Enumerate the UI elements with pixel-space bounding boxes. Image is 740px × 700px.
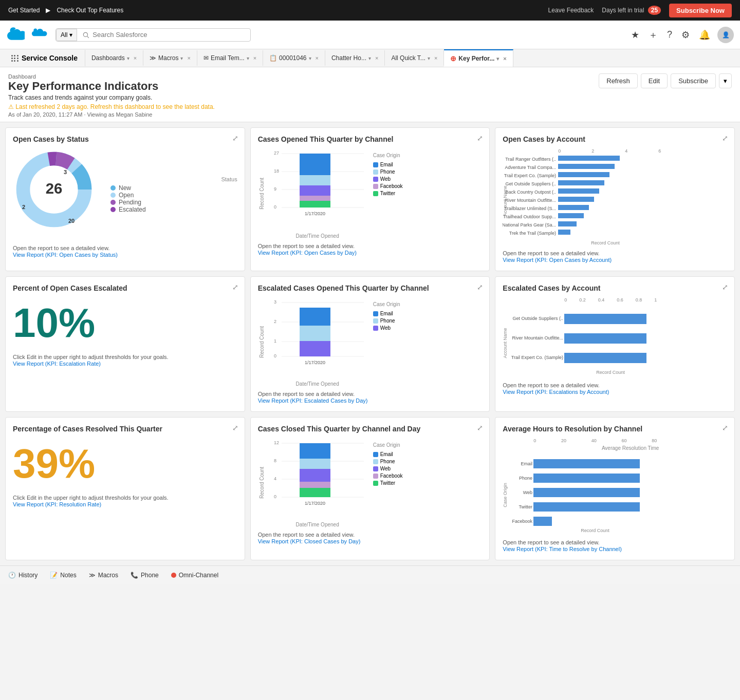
widget-link[interactable]: View Report (KPI: Open Cases by Day) <box>258 250 357 256</box>
tab-quicktext-close[interactable]: × <box>434 55 437 61</box>
widget-account-expand[interactable]: ⤢ <box>722 134 728 142</box>
edit-button[interactable]: Edit <box>641 73 668 88</box>
tab-macros[interactable]: ≫ Macros ▾ × <box>143 50 197 66</box>
widget-footer: Click Edit in the upper right to adjust … <box>13 354 237 360</box>
subscribe-now-button[interactable]: Subscribe Now <box>669 4 732 17</box>
tab-email-chevron[interactable]: ▾ <box>247 55 249 61</box>
refresh-button[interactable]: Refresh <box>599 73 638 88</box>
svg-text:Phone: Phone <box>519 476 532 481</box>
tab-case-chevron[interactable]: ▾ <box>309 55 311 61</box>
subscribe-dropdown-button[interactable]: ▾ <box>719 73 732 88</box>
widget-percent-escalated: Percent of Open Cases Escalated ⤢ 10% Cl… <box>5 276 245 412</box>
widget-closed-expand[interactable]: ⤢ <box>477 424 483 432</box>
svg-rect-24 <box>558 164 615 169</box>
phone-item[interactable]: 📞 Phone <box>131 572 159 579</box>
tab-quick-text[interactable]: All Quick T... ▾ × <box>385 50 444 66</box>
notes-item[interactable]: 📝 Notes <box>50 572 76 579</box>
notifications-button[interactable]: 🔔 <box>697 27 712 43</box>
svg-text:River Mountain Outfitte...: River Mountain Outfitte... <box>512 335 564 340</box>
svg-text:2: 2 <box>274 319 276 324</box>
tab-dashboards-chevron[interactable]: ▾ <box>127 55 130 61</box>
widget-link[interactable]: View Report (KPI: Open Cases by Status) <box>13 252 118 258</box>
setup-button[interactable]: ⚙ <box>679 27 692 43</box>
tab-quicktext-chevron[interactable]: ▾ <box>428 55 430 61</box>
trial-days-badge: 25 <box>648 6 661 15</box>
svg-text:1: 1 <box>651 335 654 341</box>
widget-expand-icon[interactable]: ⤢ <box>232 134 238 142</box>
widget-channel-expand[interactable]: ⤢ <box>477 134 483 142</box>
widget-link[interactable]: View Report (KPI: Closed Cases by Day) <box>258 538 361 544</box>
bottom-bar: 🕐 History 📝 Notes ≫ Macros 📞 Phone Omni-… <box>0 565 740 584</box>
favorites-button[interactable]: ★ <box>629 27 641 43</box>
widget-link[interactable]: View Report (KPI: Time to Resolve by Cha… <box>503 546 622 552</box>
history-item[interactable]: 🕐 History <box>8 572 38 579</box>
tab-chatter-home[interactable]: Chatter Ho... ▾ × <box>325 50 385 66</box>
search-container: All ▾ <box>55 28 251 42</box>
tab-dashboards[interactable]: Dashboards ▾ × <box>85 50 143 66</box>
avatar[interactable]: 👤 <box>717 27 734 43</box>
leave-feedback-link[interactable]: Leave Feedback <box>548 7 594 14</box>
app-name-tab[interactable]: Service Console <box>4 50 85 66</box>
legend-open: Open <box>110 192 237 199</box>
svg-text:Twitter: Twitter <box>519 504 533 509</box>
tab-email-close[interactable]: × <box>253 55 256 61</box>
svg-text:18: 18 <box>274 168 279 174</box>
esc-account-chart: 00.20.40.60.81 Account Name Get Outside … <box>503 297 727 378</box>
svg-text:69: 69 <box>642 476 649 481</box>
check-out-link[interactable]: Check Out Top Features <box>57 7 123 14</box>
subscribe-button[interactable]: Subscribe <box>671 73 716 88</box>
closed-bar-svg: 12 8 4 0 1/17/2020 <box>266 438 369 520</box>
svg-rect-53 <box>300 341 330 356</box>
tab-case-close[interactable]: × <box>316 55 319 61</box>
help-button[interactable]: ? <box>665 27 674 42</box>
app-header: All ▾ ★ ＋ ? ⚙ 🔔 👤 <box>0 21 740 49</box>
omni-label: Omni-Channel <box>179 572 218 579</box>
tab-key-performance[interactable]: ⊕ Key Perfor... ▾ × <box>444 49 513 67</box>
widget-link[interactable]: View Report (KPI: Escalations by Account… <box>503 389 609 395</box>
svg-text:Trailblazer Unlimited (S...: Trailblazer Unlimited (S... <box>505 206 557 211</box>
tab-macros-close[interactable]: × <box>187 55 190 61</box>
widget-avg-hours-resolution: Average Hours to Resolution by Channel ⤢… <box>495 417 735 560</box>
escalated-percent-value: 10% <box>13 302 237 344</box>
tab-chatter-chevron[interactable]: ▾ <box>368 55 371 61</box>
svg-text:12: 12 <box>554 519 560 524</box>
omni-channel-item[interactable]: Omni-Channel <box>171 572 218 579</box>
svg-text:0: 0 <box>274 204 276 210</box>
closed-legend: Case Origin Email Phone Web Facebook <box>373 438 403 527</box>
widget-link[interactable]: View Report (KPI: Escalation Rate) <box>13 361 101 367</box>
widget-footer: Open the report to see a detailed view. <box>503 382 727 388</box>
svg-text:Trail Expert Co. (Sample): Trail Expert Co. (Sample) <box>511 355 563 360</box>
svg-rect-26 <box>558 172 609 177</box>
widget-escalated-expand[interactable]: ⤢ <box>232 283 238 291</box>
get-started-link[interactable]: Get Started <box>8 7 40 14</box>
widget-cases-by-channel: Cases Opened This Quarter by Channel ⤢ R… <box>250 127 490 271</box>
widget-esc-account-expand[interactable]: ⤢ <box>722 283 728 291</box>
search-filter-dropdown[interactable]: All ▾ <box>56 29 77 41</box>
donut-legend: Status New Open Pending Escalated <box>105 176 237 213</box>
svg-text:9: 9 <box>274 186 276 192</box>
widget-avg-expand[interactable]: ⤢ <box>722 424 728 432</box>
svg-rect-91 <box>533 502 640 512</box>
phone-icon: 📞 <box>131 572 138 579</box>
tab-case-00001046[interactable]: 📋 00001046 ▾ × <box>263 50 325 66</box>
widget-link[interactable]: View Report (KPI: Open Cases by Account) <box>503 257 612 263</box>
tab-kpi-close[interactable]: × <box>503 55 506 62</box>
widget-cases-closed-by-channel: Cases Closed This Quarter by Channel and… <box>250 417 490 560</box>
widget-link[interactable]: View Report (KPI: Resolution Rate) <box>13 501 101 507</box>
notes-label: Notes <box>60 572 76 579</box>
widget-esc-channel-expand[interactable]: ⤢ <box>477 283 483 291</box>
search-input[interactable] <box>92 31 216 39</box>
widget-link[interactable]: View Report (KPI: Escalated Cases by Day… <box>258 398 368 404</box>
esc-x-label: Date/Time Opened <box>266 381 369 387</box>
tab-kpi-chevron[interactable]: ▾ <box>496 56 499 62</box>
macros-item[interactable]: ≫ Macros <box>89 572 118 579</box>
svg-text:Back Country Outpost (..: Back Country Outpost (.. <box>506 190 557 195</box>
tab-macros-chevron[interactable]: ▾ <box>180 55 183 61</box>
add-button[interactable]: ＋ <box>646 27 660 43</box>
tab-dashboards-close[interactable]: × <box>134 55 137 61</box>
tab-chatter-close[interactable]: × <box>375 55 378 61</box>
widget-resolved-expand[interactable]: ⤢ <box>232 424 238 432</box>
tab-email-templates[interactable]: ✉ Email Tem... ▾ × <box>197 50 263 66</box>
resolved-percent-value: 39% <box>13 443 237 484</box>
svg-rect-36 <box>558 213 584 218</box>
